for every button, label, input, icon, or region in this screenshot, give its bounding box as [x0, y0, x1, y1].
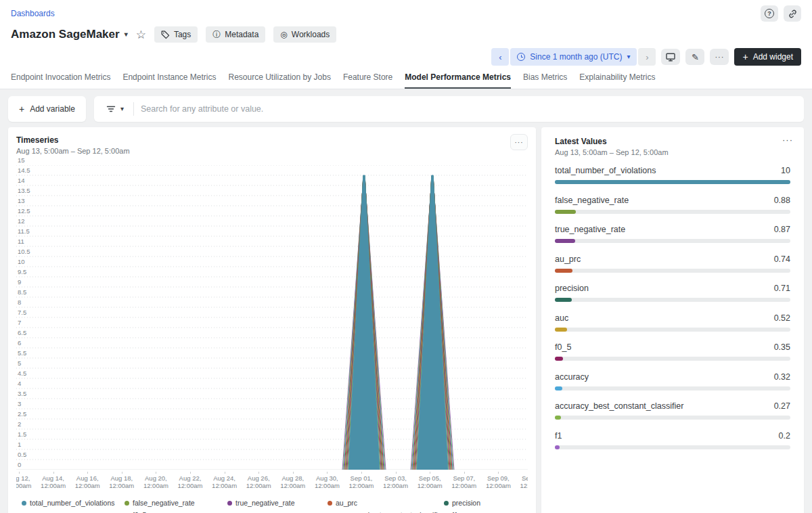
- share-link-button[interactable]: [784, 5, 801, 22]
- tv-mode-button[interactable]: [661, 49, 680, 65]
- y-axis-label: 6: [18, 340, 21, 347]
- workloads-label: Workloads: [292, 30, 330, 39]
- metadata-button[interactable]: ⓘ Metadata: [206, 26, 265, 43]
- metric-value: 0.52: [774, 313, 790, 323]
- tab-feature-store[interactable]: Feature Store: [343, 72, 392, 89]
- x-axis-label: Aug 18, 12:00am: [109, 474, 134, 489]
- y-axis-label: 0: [18, 462, 21, 468]
- x-axis: Aug 12, 12:00amAug 14, 12:00amAug 16, 12…: [16, 472, 528, 489]
- link-icon: [788, 9, 798, 19]
- dashboard-title-dropdown[interactable]: Amazon SageMaker ▾: [11, 28, 128, 41]
- x-axis-label: Aug 20, 12:00am: [143, 474, 168, 489]
- timeseries-menu-button[interactable]: ···: [510, 134, 528, 150]
- favorite-star-button[interactable]: ☆: [136, 29, 146, 41]
- tab-resource-utilization-by-jobs[interactable]: Resource Utilization by Jobs: [229, 72, 331, 89]
- timeseries-subtitle: Aug 13, 5:00am – Sep 12, 5:00am: [16, 147, 528, 155]
- metric-bar-fill: [555, 239, 575, 243]
- latest-values-panel: Latest Values Aug 13, 5:00am – Sep 12, 5…: [541, 127, 804, 513]
- timeseries-panel: Timeseries Aug 13, 5:00am – Sep 12, 5:00…: [8, 127, 536, 513]
- add-variable-button[interactable]: + Add variable: [8, 96, 86, 122]
- y-axis-label: 13.5: [18, 187, 30, 194]
- latest-values-subtitle: Aug 13, 5:00am – Sep 12, 5:00am: [555, 148, 790, 156]
- edit-button[interactable]: ✎: [685, 49, 704, 65]
- time-range-next-button[interactable]: ›: [638, 48, 656, 66]
- latest-value-row-precision: precision0.71: [555, 284, 790, 313]
- y-axis-label: 1.5: [18, 431, 26, 438]
- plus-icon: +: [742, 52, 748, 62]
- latest-value-row-auc: auc0.52: [555, 313, 790, 343]
- add-widget-button[interactable]: + Add widget: [734, 48, 801, 66]
- add-variable-label: Add variable: [30, 104, 75, 114]
- x-axis-tick: [258, 472, 259, 474]
- time-range-selector[interactable]: Since 1 month ago (UTC) ▾: [510, 48, 637, 66]
- latest-value-row-accuracy: accuracy0.32: [555, 372, 790, 402]
- x-axis-label: Aug 28, 12:00am: [280, 474, 305, 489]
- latest-value-row-true-negative-rate: true_negative_rate0.87: [555, 225, 790, 254]
- info-icon: ⓘ: [212, 30, 221, 39]
- legend-item-true-negative-rate[interactable]: true_negative_rate: [227, 499, 328, 507]
- legend-dot: [444, 501, 449, 506]
- metric-value: 0.87: [774, 225, 790, 234]
- add-widget-label: Add widget: [753, 52, 793, 62]
- breadcrumb[interactable]: Dashboards: [11, 9, 55, 18]
- metric-bar-fill: [555, 298, 572, 302]
- workloads-button[interactable]: ◎ Workloads: [273, 26, 336, 43]
- search-input[interactable]: [141, 104, 797, 114]
- workloads-icon: ◎: [280, 30, 287, 39]
- tab-bias-metrics[interactable]: Bias Metrics: [523, 72, 567, 89]
- more-options-button[interactable]: ···: [710, 49, 729, 65]
- x-axis-label: Sep 07, 12:00am: [451, 474, 476, 489]
- chevron-right-icon: ›: [646, 52, 648, 62]
- ellipsis-icon: ···: [715, 53, 724, 61]
- help-button[interactable]: ?: [761, 5, 778, 22]
- metric-label: false_negative_rate: [555, 196, 629, 205]
- x-axis-tick: [122, 472, 122, 474]
- legend-label: precision: [452, 499, 480, 507]
- metric-value: 0.27: [774, 401, 790, 411]
- metric-bar-track: [555, 180, 790, 184]
- tab-explainability-metrics[interactable]: Explainability Metrics: [579, 72, 655, 89]
- latest-value-row-f0-5: f0_50.35: [555, 342, 790, 372]
- metric-bar-track: [555, 210, 790, 214]
- y-axis-label: 11: [18, 238, 24, 245]
- x-axis-label: Sep 11, 12:00am: [520, 474, 528, 489]
- chart-legend: total_number_of_violationsfalse_negative…: [16, 499, 528, 513]
- metric-bar-track: [555, 445, 790, 449]
- legend-label: false_negative_rate: [133, 499, 195, 507]
- tab-endpoint-invocation-metrics[interactable]: Endpoint Invocation Metrics: [11, 72, 110, 89]
- latest-value-row-accuracy-best-constant-classifier: accuracy_best_constant_classifier0.27: [555, 401, 790, 431]
- help-icon: ?: [765, 9, 774, 18]
- x-axis-label: Aug 16, 12:00am: [75, 474, 100, 489]
- y-axis-label: 12.5: [18, 208, 30, 215]
- time-range-prev-button[interactable]: ‹: [491, 48, 509, 66]
- x-axis-label: Sep 01, 12:00am: [349, 474, 374, 489]
- latest-values-title: Latest Values: [555, 137, 790, 146]
- metric-bar-track: [555, 298, 790, 302]
- legend-item-false-negative-rate[interactable]: false_negative_rate: [125, 499, 227, 507]
- legend-item-total-number-of-violations[interactable]: total_number_of_violations: [22, 499, 125, 507]
- x-axis-tick: [498, 472, 499, 474]
- timeseries-chart: 1514.51413.51312.51211.51110.5109.598.58…: [16, 165, 528, 470]
- x-axis-tick: [361, 472, 362, 474]
- y-axis-label: 14.5: [18, 167, 30, 174]
- tab-model-performance-metrics[interactable]: Model Performance Metrics: [405, 72, 511, 89]
- tab-endpoint-instance-metrics[interactable]: Endpoint Instance Metrics: [122, 72, 216, 89]
- x-axis-tick: [53, 472, 54, 474]
- ellipsis-icon: ···: [515, 139, 524, 146]
- y-axis-label: 7.5: [18, 309, 26, 316]
- tags-button[interactable]: Tags: [154, 26, 198, 43]
- top-bar: Dashboards ? Amazon SageMaker ▾ ☆: [0, 0, 812, 89]
- legend-item-au-prc[interactable]: au_prc: [328, 499, 444, 507]
- metric-label: total_number_of_violations: [555, 166, 656, 175]
- legend-item-precision[interactable]: precision: [444, 499, 528, 507]
- metric-bar-track: [555, 416, 790, 420]
- x-axis-label: Sep 09, 12:00am: [486, 474, 511, 489]
- y-axis-label: 2.5: [18, 411, 26, 418]
- metadata-label: Metadata: [225, 30, 258, 39]
- metric-label: accuracy: [555, 372, 589, 382]
- filter-dropdown-button[interactable]: ▾: [101, 105, 129, 113]
- y-axis-label: 10: [18, 259, 25, 265]
- metric-label: f1: [555, 431, 562, 441]
- y-axis-label: 2: [18, 421, 21, 428]
- latest-values-menu-button[interactable]: ···: [782, 135, 793, 144]
